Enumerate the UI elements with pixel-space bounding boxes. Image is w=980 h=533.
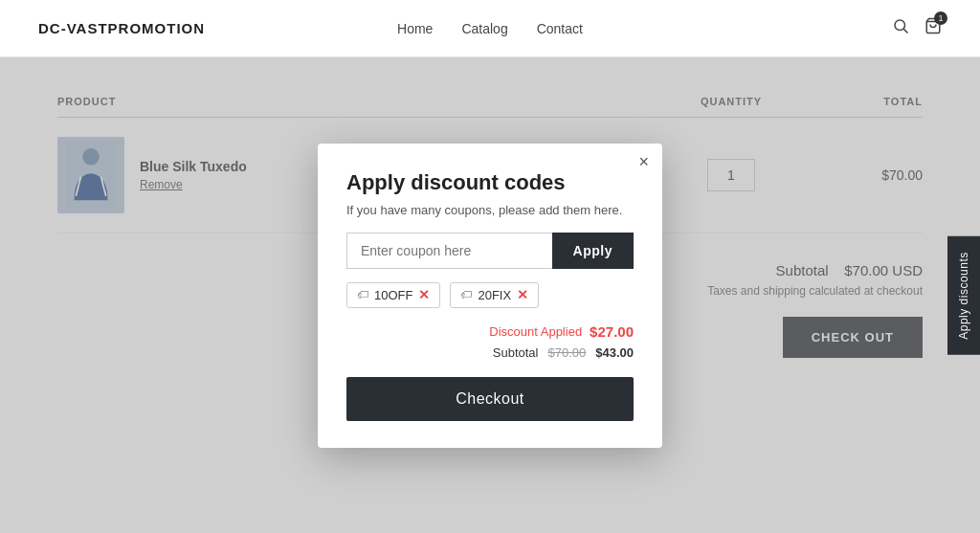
cart-badge: 1 [934,11,947,25]
tag-remove-2[interactable]: ✕ [517,288,528,301]
modal-close-button[interactable]: × [638,153,649,170]
tag-icon-2: 🏷 [460,288,472,301]
coupon-tag-20fix: 🏷 20FIX ✕ [450,282,539,308]
modal-subtitle: If you have many coupons, please add the… [346,203,634,217]
subtotal-modal-label: Subtotal [493,345,539,360]
header-icons: 1 [892,17,942,39]
discount-modal: × Apply discount codes If you have many … [318,144,662,448]
tag-code-2: 20FIX [478,288,511,302]
coupon-tags: 🏷 10OFF ✕ 🏷 20FIX ✕ [346,282,634,308]
header: DC-VASTPROMOTION Home Catalog Contact 1 [0,0,980,57]
coupon-input[interactable] [346,233,552,269]
main-nav: Home Catalog Contact [397,21,583,36]
tag-icon-1: 🏷 [357,288,368,301]
cart-icon[interactable]: 1 [924,17,942,39]
apply-button[interactable]: Apply [552,233,634,269]
modal-checkout-button[interactable]: Checkout [346,377,634,421]
logo: DC-VASTPROMOTION [38,20,205,36]
svg-point-0 [895,20,905,31]
subtotal-original: $70.00 [547,345,586,360]
subtotal-modal-row: Subtotal $70.00 $43.00 [346,345,634,360]
subtotal-discounted: $43.00 [595,345,634,360]
modal-backdrop: × Apply discount codes If you have many … [0,57,980,533]
discount-label: Discount Applied [489,324,582,339]
coupon-tag-10off: 🏷 10OFF ✕ [346,282,440,308]
search-icon[interactable] [892,17,909,39]
tag-code-1: 10OFF [374,288,412,302]
nav-home[interactable]: Home [397,21,433,36]
discount-row: Discount Applied $27.00 [346,323,634,340]
svg-line-1 [903,29,907,33]
coupon-row: Apply [346,233,634,269]
page-body: PRODUCT QUANTITY TOTAL Blue Silk Tuxedo [0,57,980,533]
tag-remove-1[interactable]: ✕ [418,288,430,301]
discount-amount: $27.00 [590,323,634,340]
nav-contact[interactable]: Contact [537,21,583,36]
modal-title: Apply discount codes [346,170,634,195]
nav-catalog[interactable]: Catalog [461,21,507,36]
